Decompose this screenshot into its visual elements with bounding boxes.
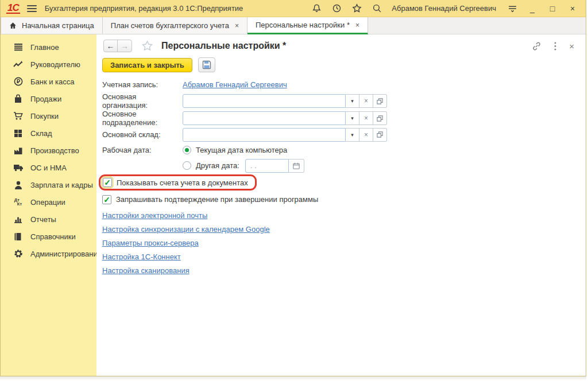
sidebar-item-fixed-assets[interactable]: ОС и НМА bbox=[1, 159, 96, 176]
sidebar-item-payroll-hr[interactable]: Зарплата и кадры bbox=[1, 176, 96, 193]
main-department-input[interactable] bbox=[183, 111, 346, 125]
email-settings-link[interactable]: Настройки электронной почты bbox=[102, 211, 207, 220]
radio-other-date-label: Другая дата: bbox=[196, 161, 239, 170]
clear-field-icon[interactable]: × bbox=[359, 111, 373, 125]
notifications-bell-icon[interactable] bbox=[309, 2, 324, 15]
date-input[interactable]: . . bbox=[245, 159, 289, 173]
calendar-icon[interactable] bbox=[289, 159, 304, 173]
tab-bar: Начальная страница План счетов бухгалтер… bbox=[1, 17, 586, 34]
sidebar-item-warehouse[interactable]: Склад bbox=[1, 125, 96, 142]
main-warehouse-input[interactable] bbox=[183, 128, 346, 142]
sidebar-item-reports[interactable]: Отчеты bbox=[1, 211, 96, 228]
home-icon bbox=[9, 22, 17, 29]
confirm-exit-checkbox[interactable]: ✓ bbox=[102, 195, 111, 204]
forward-arrow-button[interactable]: → bbox=[118, 40, 131, 52]
tab-label: Начальная страница bbox=[22, 21, 94, 30]
sidebar-item-main[interactable]: Главное bbox=[1, 38, 96, 56]
minimize-button[interactable]: _ bbox=[525, 4, 540, 13]
window-shadow bbox=[0, 376, 586, 380]
get-link-icon[interactable] bbox=[532, 41, 541, 51]
service-menu-icon[interactable] bbox=[505, 2, 520, 15]
maximize-button[interactable]: □ bbox=[545, 4, 560, 13]
titlebar: 1С Бухгалтерия предприятия, редакция 3.0… bbox=[1, 0, 586, 17]
sidebar-item-production[interactable]: Производство bbox=[1, 142, 96, 159]
main-department-label: Основное подразделение: bbox=[102, 110, 183, 127]
1c-connect-link[interactable]: Настройка 1С-Коннект bbox=[102, 252, 181, 261]
close-tab-icon[interactable]: × bbox=[235, 22, 239, 30]
back-arrow-button[interactable]: ← bbox=[104, 40, 118, 52]
main-warehouse-label: Основной склад: bbox=[102, 130, 183, 139]
book-icon bbox=[13, 231, 24, 242]
truck-icon bbox=[13, 162, 24, 173]
radio-current-date[interactable] bbox=[183, 146, 191, 154]
page-title: Персональные настройки * bbox=[161, 41, 286, 51]
factory-icon bbox=[13, 145, 24, 155]
show-accounts-checkbox[interactable]: ✓ bbox=[103, 178, 112, 187]
sidebar-item-directories[interactable]: Справочники bbox=[1, 228, 96, 245]
dropdown-arrow-icon[interactable]: ▾ bbox=[346, 111, 359, 125]
sidebar-item-bank-cash[interactable]: Банк и касса bbox=[1, 73, 96, 90]
favorites-star-icon[interactable] bbox=[349, 2, 364, 15]
person-icon bbox=[13, 180, 24, 190]
tab-label: План счетов бухгалтерского учета bbox=[111, 21, 229, 30]
open-choice-icon[interactable] bbox=[373, 111, 387, 125]
main-organization-field: ▾ × bbox=[183, 94, 387, 108]
show-accounts-checkbox-label: Показывать счета учета в документах bbox=[117, 178, 248, 187]
main-organization-label: Основная организация: bbox=[102, 92, 183, 110]
dropdown-arrow-icon[interactable]: ▾ bbox=[346, 128, 359, 142]
more-menu-icon[interactable] bbox=[554, 42, 556, 50]
account-user-link[interactable]: Абрамов Геннадий Сергеевич bbox=[183, 80, 287, 89]
dropdown-arrow-icon[interactable]: ▾ bbox=[346, 94, 359, 108]
main-department-field: ▾ × bbox=[183, 111, 387, 125]
red-highlight-annotation: ✓ Показывать счета учета в документах bbox=[99, 174, 257, 190]
section-panel: Главное Руководителю Банк и касса Продаж… bbox=[1, 34, 96, 376]
tab-label: Персональные настройки * bbox=[256, 21, 350, 29]
scan-settings-link[interactable]: Настройка сканирования bbox=[102, 266, 189, 275]
save-and-close-button[interactable]: Записать и закрыть bbox=[102, 58, 192, 72]
open-choice-icon[interactable] bbox=[373, 128, 387, 142]
form-personal-settings: ← → Персональные настройки * × bbox=[96, 34, 586, 376]
confirm-exit-checkbox-label: Запрашивать подтверждение при завершении… bbox=[116, 195, 318, 204]
sidebar-item-purchases[interactable]: Покупки bbox=[1, 107, 96, 125]
trend-chart-icon bbox=[13, 59, 24, 69]
debit-credit-icon: ДтКт bbox=[13, 197, 24, 207]
save-button[interactable] bbox=[198, 57, 215, 72]
clear-field-icon[interactable]: × bbox=[359, 128, 373, 142]
sidebar-item-manager[interactable]: Руководителю bbox=[1, 56, 96, 73]
main-organization-input[interactable] bbox=[183, 94, 346, 108]
bar-chart-icon bbox=[13, 214, 24, 224]
other-date-field: . . bbox=[245, 159, 304, 173]
main-menu-icon[interactable] bbox=[27, 5, 37, 12]
history-icon[interactable] bbox=[329, 2, 344, 15]
sidebar-item-sales[interactable]: Продажи bbox=[1, 90, 96, 107]
close-window-button[interactable]: × bbox=[565, 4, 580, 13]
add-favorite-star-icon[interactable] bbox=[141, 40, 153, 52]
current-user[interactable]: Абрамов Геннадий Сергеевич bbox=[392, 4, 496, 13]
google-calendar-sync-link[interactable]: Настройка синхронизации с календарем Goo… bbox=[102, 225, 270, 234]
main-warehouse-field: ▾ × bbox=[183, 128, 387, 142]
proxy-settings-link[interactable]: Параметры прокси-сервера bbox=[102, 239, 199, 247]
close-form-icon[interactable]: × bbox=[569, 41, 574, 51]
gear-icon bbox=[13, 248, 24, 259]
tab-chart-of-accounts[interactable]: План счетов бухгалтерского учета × bbox=[103, 17, 247, 34]
radio-current-date-label: Текущая дата компьютера bbox=[196, 146, 287, 154]
list-lines-icon bbox=[13, 42, 24, 52]
search-icon[interactable] bbox=[369, 2, 384, 15]
tab-personal-settings[interactable]: Персональные настройки * × bbox=[247, 17, 368, 34]
ruble-coin-icon bbox=[13, 76, 24, 87]
sidebar-item-operations[interactable]: ДтКт Операции bbox=[1, 193, 96, 211]
shopping-cart-icon bbox=[13, 111, 24, 121]
clear-field-icon[interactable]: × bbox=[359, 94, 373, 108]
sidebar-item-administration[interactable]: Администрирование bbox=[1, 245, 96, 262]
radio-other-date[interactable] bbox=[183, 161, 191, 170]
floppy-disk-icon bbox=[202, 60, 211, 69]
app-window: 1С Бухгалтерия предприятия, редакция 3.0… bbox=[0, 0, 586, 376]
window-title: Бухгалтерия предприятия, редакция 3.0 1С… bbox=[45, 4, 243, 13]
open-choice-icon[interactable] bbox=[373, 94, 387, 108]
account-label: Учетная запись: bbox=[102, 80, 183, 89]
blocks-grid-icon bbox=[13, 128, 24, 138]
tab-home[interactable]: Начальная страница bbox=[1, 17, 103, 34]
1c-logo-icon[interactable]: 1С bbox=[6, 3, 20, 14]
work-date-label: Рабочая дата: bbox=[102, 146, 183, 154]
close-tab-icon[interactable]: × bbox=[355, 21, 359, 29]
